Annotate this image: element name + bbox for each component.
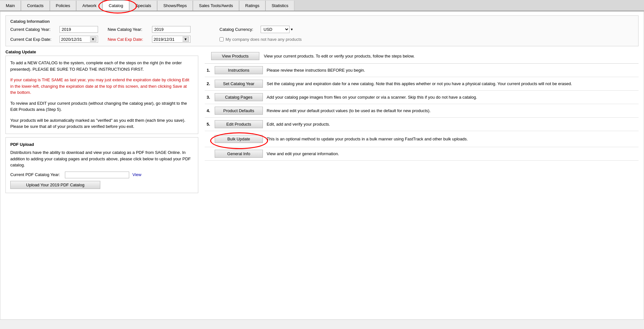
- pdf-current-year-label: Current PDF Catalog Year:: [10, 172, 62, 178]
- bulk-update-btn-cell: Bulk Update: [213, 131, 265, 147]
- current-cat-exp-date-cal-btn[interactable]: ▼: [90, 37, 96, 42]
- catalog-info-title: Catalog Information: [10, 19, 634, 24]
- tab-ratings[interactable]: Ratings: [239, 1, 265, 11]
- step-desc-4: Review and edit your default product val…: [265, 104, 639, 118]
- step-row-2: 2. Set Catalog Year Set the catalog year…: [205, 77, 639, 91]
- general-info-button[interactable]: General Info: [215, 150, 263, 158]
- new-cat-exp-date-wrap[interactable]: ▼: [152, 36, 191, 43]
- pdf-upload-title: PDF Upload: [10, 141, 193, 148]
- current-cat-exp-date-label: Current Cat Exp Date:: [10, 37, 57, 42]
- tab-contacts[interactable]: Contacts: [21, 1, 49, 11]
- step-btn-cell-1: Instructions: [213, 64, 265, 77]
- step-num-3: 3.: [205, 91, 213, 104]
- right-panel: View Products View your current products…: [205, 49, 639, 161]
- new-catalog-year-label: New Catalog Year:: [108, 27, 149, 32]
- catalog-update-para1: To add a NEW CATALOG to the system, comp…: [10, 60, 193, 72]
- tab-sales-tools[interactable]: Sales Tools/Awrds: [193, 1, 239, 11]
- product-defaults-button[interactable]: Product Defaults: [215, 107, 263, 115]
- step-num-1: 1.: [205, 64, 213, 77]
- steps-table: 1. Instructions Please review these inst…: [205, 64, 639, 161]
- tab-artwork[interactable]: Artwork: [76, 1, 103, 11]
- currency-dropdown-arrow: ▼: [290, 28, 293, 31]
- catalog-update-para2: If your catalog is THE SAME as last year…: [10, 77, 193, 96]
- pdf-current-year-input[interactable]: [65, 172, 129, 178]
- tab-specials[interactable]: Specials: [129, 1, 157, 11]
- new-cat-exp-date-label: New Cat Exp Date:: [108, 37, 149, 42]
- pdf-upload-description: Distributors have the ability to downloa…: [10, 149, 193, 168]
- upload-pdf-button[interactable]: Upload Your 2019 PDF Catalog: [10, 181, 100, 189]
- bulk-update-button[interactable]: Bulk Update: [215, 135, 263, 143]
- step-btn-cell-3: Catalog Pages: [213, 91, 265, 104]
- pdf-view-link[interactable]: View: [132, 172, 141, 178]
- catalog-currency-select[interactable]: USD CAD EUR GBP: [261, 26, 290, 33]
- view-products-desc: View your current products. To edit or v…: [259, 54, 639, 58]
- catalog-currency-label: Catalog Currency:: [219, 27, 258, 32]
- instructions-button[interactable]: Instructions: [215, 66, 263, 74]
- catalog-update-title: Catalog Update: [5, 49, 36, 54]
- new-catalog-year-input[interactable]: [152, 26, 191, 33]
- step-row-5: 5. Edit Products Edit, add and verify yo…: [205, 118, 639, 131]
- catalog-update-para4: Your products will be automatically mark…: [10, 117, 193, 130]
- edit-products-button[interactable]: Edit Products: [215, 120, 263, 128]
- set-catalog-year-button[interactable]: Set Catalog Year: [215, 80, 263, 88]
- tab-policies[interactable]: Policies: [50, 1, 76, 11]
- step-num-4: 4.: [205, 104, 213, 118]
- bulk-update-desc: This is an optional method to update you…: [265, 131, 639, 147]
- current-cat-exp-date-input[interactable]: [61, 37, 90, 42]
- step-row-3: 3. Catalog Pages Add your catalog page i…: [205, 91, 639, 104]
- new-cat-exp-date-cal-btn[interactable]: ▼: [183, 37, 189, 42]
- step-btn-cell-5: Edit Products: [213, 118, 265, 131]
- catalog-pages-button[interactable]: Catalog Pages: [215, 93, 263, 101]
- general-info-btn-cell: General Info: [213, 147, 265, 161]
- step-row-4: 4. Product Defaults Review and edit your…: [205, 104, 639, 118]
- catalog-update-para3: To review and EDIT your current products…: [10, 100, 193, 113]
- view-products-row: View Products View your current products…: [205, 49, 639, 64]
- general-info-row: General Info View and edit your general …: [205, 147, 639, 161]
- tab-main[interactable]: Main: [0, 1, 21, 11]
- pdf-upload-box: PDF Upload Distributors have the ability…: [5, 137, 198, 193]
- no-products-checkbox-label[interactable]: My company does not have any products: [219, 37, 302, 42]
- tab-bar: Main Contacts Policies Artwork Catalog S…: [0, 0, 644, 11]
- step-num-2: 2.: [205, 77, 213, 91]
- step-btn-cell-4: Product Defaults: [213, 104, 265, 118]
- catalog-currency-select-wrap: USD CAD EUR GBP ▼: [261, 26, 293, 33]
- current-catalog-year-label: Current Catalog Year:: [10, 27, 57, 32]
- current-cat-exp-date-wrap[interactable]: ▼: [59, 36, 98, 43]
- step-desc-3: Add your catalog page images from files …: [265, 91, 639, 104]
- tab-catalog[interactable]: Catalog: [103, 0, 129, 11]
- catalog-update-box: To add a NEW CATALOG to the system, comp…: [5, 56, 198, 134]
- upload-btn-row: Upload Your 2019 PDF Catalog: [10, 181, 193, 189]
- general-info-desc: View and edit your general information.: [265, 147, 639, 161]
- step-row-1: 1. Instructions Please review these inst…: [205, 64, 639, 77]
- step-desc-2: Set the catalog year and expiration date…: [265, 77, 639, 91]
- catalog-info-section: Catalog Information Current Catalog Year…: [5, 15, 639, 46]
- bulk-update-btn-wrap: Bulk Update: [215, 135, 263, 143]
- view-products-button[interactable]: View Products: [211, 52, 259, 60]
- new-cat-exp-date-input[interactable]: [154, 37, 183, 42]
- no-products-checkbox[interactable]: [219, 37, 224, 41]
- no-products-label-text: My company does not have any products: [226, 37, 302, 42]
- tab-shows-reps[interactable]: Shows/Reps: [157, 1, 193, 11]
- step-desc-1: Please review these instructions BEFORE …: [265, 64, 639, 77]
- step-num-5: 5.: [205, 118, 213, 131]
- step-desc-5: Edit, add and verify your products.: [265, 118, 639, 131]
- bulk-update-row: Bulk Update This is an optional method t…: [205, 131, 639, 147]
- step-btn-cell-2: Set Catalog Year: [213, 77, 265, 91]
- main-content: Catalog Information Current Catalog Year…: [0, 11, 644, 320]
- pdf-current-year-row: Current PDF Catalog Year: View: [10, 172, 193, 178]
- tab-statistics[interactable]: Statistics: [265, 1, 294, 11]
- current-catalog-year-input[interactable]: [59, 26, 98, 33]
